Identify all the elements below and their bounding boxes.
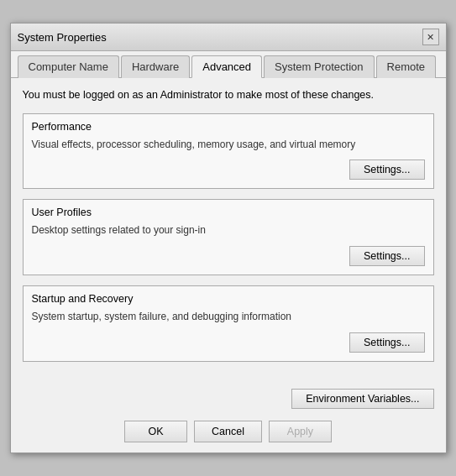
- window-title: System Properties: [18, 31, 107, 44]
- tab-bar: Computer Name Hardware Advanced System P…: [11, 51, 446, 78]
- tab-advanced[interactable]: Advanced: [191, 55, 262, 78]
- tab-system-protection[interactable]: System Protection: [264, 55, 375, 78]
- apply-button[interactable]: Apply: [269, 421, 332, 442]
- admin-notice: You must be logged on as an Administrato…: [23, 88, 434, 103]
- env-btn-row: Environment Variables...: [23, 389, 434, 409]
- user-profiles-desc: Desktop settings related to your sign-in: [32, 223, 425, 238]
- startup-recovery-desc: System startup, system failure, and debu…: [32, 310, 425, 324]
- close-button[interactable]: ✕: [422, 29, 439, 45]
- startup-recovery-btn-row: Settings...: [32, 332, 425, 353]
- startup-recovery-settings-button[interactable]: Settings...: [349, 332, 425, 353]
- performance-title: Performance: [32, 121, 425, 133]
- user-profiles-btn-row: Settings...: [32, 246, 425, 266]
- ok-button[interactable]: OK: [124, 421, 187, 442]
- tab-hardware[interactable]: Hardware: [121, 55, 190, 78]
- main-content: You must be logged on as an Administrato…: [11, 78, 446, 382]
- performance-btn-row: Settings...: [32, 160, 425, 180]
- footer-buttons: OK Cancel Apply: [23, 421, 434, 442]
- startup-recovery-section: Startup and Recovery System startup, sys…: [23, 285, 434, 362]
- performance-settings-button[interactable]: Settings...: [349, 160, 425, 180]
- title-bar: System Properties ✕: [11, 24, 446, 51]
- startup-recovery-title: Startup and Recovery: [32, 293, 425, 305]
- environment-variables-button[interactable]: Environment Variables...: [291, 389, 433, 409]
- bottom-area: Environment Variables... OK Cancel Apply: [11, 382, 446, 452]
- user-profiles-section: User Profiles Desktop settings related t…: [23, 199, 434, 275]
- performance-section: Performance Visual effects, processor sc…: [23, 113, 434, 190]
- cancel-button[interactable]: Cancel: [194, 421, 262, 442]
- tab-computer-name[interactable]: Computer Name: [18, 55, 119, 78]
- tab-remote[interactable]: Remote: [376, 55, 437, 78]
- performance-desc: Visual effects, processor scheduling, me…: [32, 138, 425, 152]
- user-profiles-settings-button[interactable]: Settings...: [349, 246, 425, 266]
- user-profiles-title: User Profiles: [32, 207, 425, 218]
- system-properties-window: System Properties ✕ Computer Name Hardwa…: [10, 23, 447, 453]
